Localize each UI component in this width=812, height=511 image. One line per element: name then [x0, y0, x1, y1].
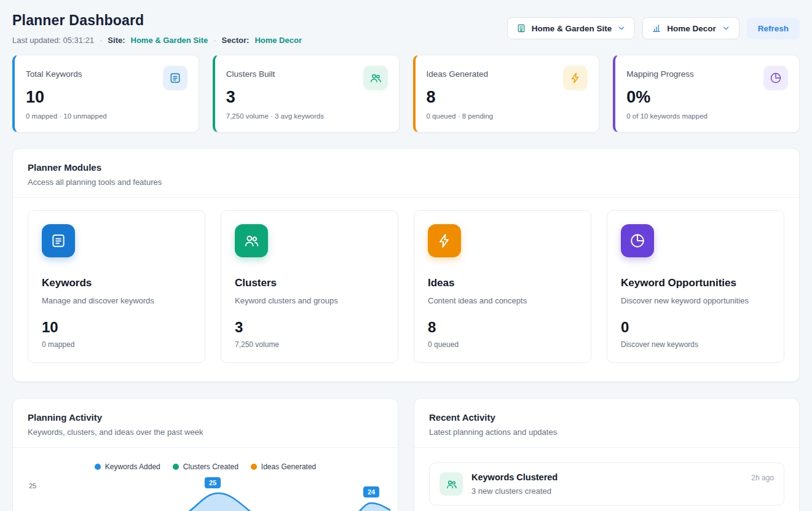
stat-label: Mapping Progress [626, 66, 694, 79]
module-subtext: Discover new keywords [621, 340, 770, 349]
module-title: Keyword Opportunities [621, 277, 770, 289]
module-subtext: 7,250 volume [235, 340, 384, 349]
legend-item-ideas-generated[interactable]: Ideas Generated [251, 462, 316, 471]
recent-activity-header: Recent Activity Latest planning actions … [414, 399, 799, 447]
planning-activity-title: Planning Activity [28, 412, 383, 423]
module-title: Ideas [428, 277, 577, 289]
planning-activity-subtitle: Keywords, clusters, and ideas over the p… [28, 427, 383, 437]
separator-dot: · [100, 36, 102, 45]
bottom-row: Planning Activity Keywords, clusters, an… [12, 398, 800, 511]
module-value: 0 [621, 319, 770, 336]
page-title: Planner Dashboard [12, 12, 302, 29]
pie-chart-icon [621, 224, 654, 257]
sector-selector-dropdown[interactable]: Home Decor [642, 17, 739, 39]
site-link[interactable]: Home & Garden Site [131, 36, 208, 45]
stat-subtext: 7,250 volume · 3 avg keywords [226, 112, 388, 120]
module-value: 3 [235, 319, 384, 336]
stat-label: Clusters Built [226, 66, 275, 79]
header: Planner Dashboard Last updated: 05:31:21… [12, 12, 800, 45]
stat-label: Total Keywords [26, 66, 82, 79]
data-point-label: 24 [363, 486, 379, 497]
users-icon [363, 66, 388, 90]
module-title: Clusters [235, 277, 384, 289]
pie-chart-icon [763, 66, 788, 90]
module-description: Keyword clusters and groups [235, 296, 384, 305]
activity-timestamp: 2h ago [751, 472, 774, 482]
chart-legend: Keywords Added Clusters Created Ideas Ge… [28, 462, 383, 471]
header-subline: Last updated: 05:31:21 · Site: Home & Ga… [12, 36, 302, 45]
stat-value: 10 [26, 88, 187, 107]
last-updated-text: Last updated: 05:31:21 [12, 36, 94, 45]
activity-list-item[interactable]: Keywords Clustered 3 new clusters create… [429, 462, 784, 505]
modules-grid: Keywords Manage and discover keywords 10… [13, 198, 799, 381]
header-titles: Planner Dashboard Last updated: 05:31:21… [12, 12, 302, 45]
modules-header: Planner Modules Access all planning tool… [13, 149, 799, 197]
module-description: Manage and discover keywords [42, 296, 191, 305]
legend-dot-icon [95, 464, 101, 470]
users-icon [235, 224, 268, 257]
recent-activity-body: Keywords Clustered 3 new clusters create… [414, 448, 799, 511]
list-icon [42, 224, 75, 257]
legend-item-keywords-added[interactable]: Keywords Added [95, 462, 160, 471]
planner-modules-card: Planner Modules Access all planning tool… [12, 148, 800, 382]
module-description: Content ideas and concepts [428, 296, 577, 305]
activity-title: Keywords Clustered [471, 472, 743, 482]
module-card-ideas[interactable]: Ideas Content ideas and concepts 8 0 que… [414, 210, 591, 363]
module-card-clusters[interactable]: Clusters Keyword clusters and groups 3 7… [221, 210, 398, 363]
module-subtext: 0 queued [428, 340, 577, 349]
building-icon [516, 23, 526, 33]
planning-activity-body: Keywords Added Clusters Created Ideas Ge… [13, 448, 398, 511]
sector-label: Sector: [222, 36, 250, 45]
sector-link[interactable]: Home Decor [254, 36, 302, 45]
stat-card-clusters-built: Clusters Built 3 7,250 volume · 3 avg ke… [213, 55, 400, 133]
area-chart: 25 25 24 [28, 476, 383, 511]
refresh-button[interactable]: Refresh [747, 18, 800, 39]
recent-activity-subtitle: Latest planning actions and updates [429, 427, 784, 437]
y-axis-tick: 25 [29, 482, 36, 490]
module-card-keywords[interactable]: Keywords Manage and discover keywords 10… [28, 210, 205, 363]
stat-value: 3 [226, 88, 388, 107]
legend-label: Clusters Created [183, 462, 238, 471]
sector-selector-value: Home Decor [667, 24, 716, 33]
bolt-icon [563, 66, 588, 90]
stat-card-ideas-generated: Ideas Generated 8 0 queued · 8 pending [413, 55, 600, 133]
stat-subtext: 0 of 10 keywords mapped [626, 112, 788, 120]
module-value: 8 [428, 319, 577, 336]
module-card-keyword-opportunities[interactable]: Keyword Opportunities Discover new keywo… [607, 210, 784, 363]
stat-value: 0% [626, 88, 788, 107]
chevron-down-icon [617, 24, 626, 33]
stat-value: 8 [427, 88, 588, 107]
legend-dot-icon [251, 464, 257, 470]
bolt-icon [428, 224, 461, 257]
separator-dot: · [213, 36, 216, 45]
chevron-down-icon [722, 24, 730, 33]
stat-subtext: 0 queued · 8 pending [427, 112, 588, 120]
list-icon [163, 66, 187, 90]
stat-card-mapping-progress: Mapping Progress 0% 0 of 10 keywords map… [613, 55, 800, 133]
activity-description: 3 new clusters created [471, 486, 743, 496]
data-point-label: 25 [205, 477, 221, 488]
stats-row: Total Keywords 10 0 mapped · 10 unmapped… [12, 55, 800, 133]
header-controls: Home & Garden Site Home Decor Refresh [507, 17, 800, 39]
module-title: Keywords [42, 277, 191, 289]
site-selector-value: Home & Garden Site [532, 24, 612, 33]
users-icon [440, 472, 463, 496]
module-subtext: 0 mapped [42, 340, 191, 349]
site-selector-dropdown[interactable]: Home & Garden Site [507, 17, 636, 39]
legend-item-clusters-created[interactable]: Clusters Created [173, 462, 238, 471]
site-label: Site: [108, 36, 125, 45]
module-value: 10 [42, 319, 191, 336]
bar-chart-icon [652, 23, 661, 33]
module-description: Discover new keyword opportunities [621, 296, 770, 305]
modules-title: Planner Modules [28, 162, 784, 173]
planner-dashboard-page: Planner Dashboard Last updated: 05:31:21… [0, 0, 812, 511]
legend-label: Keywords Added [105, 462, 160, 471]
stat-card-total-keywords: Total Keywords 10 0 mapped · 10 unmapped [12, 55, 199, 133]
legend-label: Ideas Generated [261, 462, 316, 471]
stat-label: Ideas Generated [427, 66, 489, 79]
activity-texts: Keywords Clustered 3 new clusters create… [471, 472, 743, 496]
stat-subtext: 0 mapped · 10 unmapped [26, 112, 187, 120]
modules-subtitle: Access all planning tools and features [28, 177, 784, 187]
planning-activity-card: Planning Activity Keywords, clusters, an… [12, 398, 398, 511]
legend-dot-icon [173, 464, 179, 470]
